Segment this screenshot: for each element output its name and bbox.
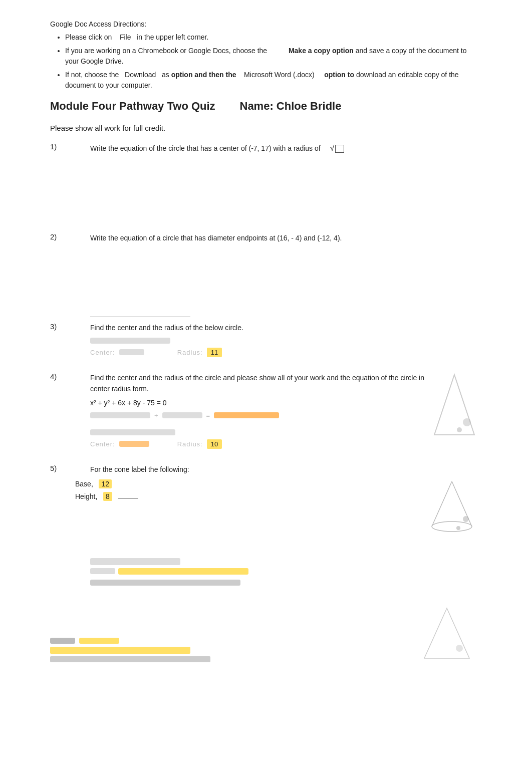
q4-right-svg	[432, 372, 477, 437]
svg-point-7	[456, 526, 460, 530]
q1-answer-space	[50, 157, 482, 217]
bottom-blurred-block	[90, 558, 422, 586]
height-label: Height,	[75, 492, 97, 500]
bl-highlight-row	[50, 647, 190, 654]
question-4-block: 4) Find the center and the radius of the…	[50, 372, 482, 449]
q3-radius-value: 11	[207, 348, 222, 357]
question-5-block: 5) For the cone label the following: Bas…	[50, 464, 482, 586]
q3-center-label: Center:	[90, 349, 115, 356]
q4-text: Find the center and the radius of the ci…	[90, 372, 427, 395]
question-2-row: 2) Write the equation of a circle that h…	[50, 232, 482, 243]
section-divider	[90, 317, 190, 317]
directions-list: Please click on File in the upper left c…	[50, 32, 482, 91]
svg-point-9	[456, 645, 463, 652]
svg-point-1	[463, 418, 471, 426]
q3-num: 3)	[50, 322, 75, 333]
directions-title: Google Doc Access Directions:	[50, 20, 482, 28]
q5-text: For the cone label the following:	[90, 464, 422, 475]
svg-point-6	[463, 516, 469, 522]
cone-svg	[427, 474, 477, 539]
sqrt-symbol: √	[330, 144, 344, 152]
q4-center-value	[119, 441, 149, 447]
q3-blurred-eq-line	[90, 338, 170, 344]
question-4-row: 4) Find the center and the radius of the…	[50, 372, 427, 395]
svg-line-4	[432, 481, 452, 527]
height-value: 8	[103, 492, 112, 501]
question-3-row: 3) Find the center and the radius of the…	[50, 322, 482, 333]
q5-header-row: 5) For the cone label the following:	[50, 464, 422, 475]
height-row: Height, 8	[75, 490, 422, 503]
directions-section: Google Doc Access Directions: Please cli…	[50, 20, 482, 91]
q4-right-decoration	[427, 372, 482, 437]
q1-num: 1)	[50, 142, 75, 154]
bottom-left-row1	[50, 638, 422, 644]
height-underline	[118, 498, 138, 499]
q2-text: Write the equation of a circle that has …	[90, 232, 482, 243]
question-1-row: 1) Write the equation of the circle that…	[50, 142, 482, 154]
q4-center-form-blurred	[90, 429, 175, 435]
bottom-blurred-row2	[90, 568, 422, 577]
q4-left: 4) Find the center and the radius of the…	[50, 372, 427, 449]
question-3-block: 3) Find the center and the radius of the…	[50, 322, 482, 357]
bottom-blurred-label	[90, 568, 115, 574]
student-name: Name: Chloe Bridle	[240, 100, 342, 112]
question-5-row: 5) For the cone label the following: Bas…	[50, 464, 482, 586]
sqrt-box	[335, 145, 344, 153]
q2-num: 2)	[50, 232, 75, 243]
base-row: Base, 12	[75, 478, 422, 490]
q4-num: 4)	[50, 372, 75, 395]
bottom-left-blurred	[50, 638, 422, 662]
svg-marker-8	[424, 608, 469, 658]
q3-score-row: Center: Radius: 11	[90, 348, 482, 357]
quiz-title: Module Four Pathway Two Quiz	[50, 100, 215, 112]
q4-center-label: Center:	[90, 440, 115, 448]
q3-answer-area: Center: Radius: 11	[90, 338, 482, 357]
q4-blurred-1	[90, 412, 150, 418]
bottom-blurred-highlight	[118, 568, 248, 575]
q4-blurred-2	[162, 412, 202, 418]
bottom-section	[50, 606, 482, 662]
q4-plus: +	[154, 412, 158, 419]
svg-point-2	[457, 427, 462, 432]
base-label: Base,	[75, 480, 93, 488]
quiz-header: Module Four Pathway Two Quiz Name: Chloe…	[50, 100, 482, 113]
svg-line-5	[452, 481, 472, 527]
bl-highlight1	[79, 638, 119, 644]
q4-radius-label: Radius:	[177, 440, 203, 448]
bl-gray-row	[50, 656, 210, 662]
q4-radius-value: 10	[207, 439, 222, 449]
q4-score-row: Center: Radius: 10	[90, 439, 427, 449]
q4-equation: x² + y² + 6x + 8y - 75 = 0	[90, 399, 427, 407]
q4-eq: =	[206, 412, 210, 419]
direction-item-3: If not, choose the Download as option an…	[65, 70, 482, 91]
q1-text: Write the equation of the circle that ha…	[90, 142, 482, 154]
q4-blurred-work: + =	[90, 412, 427, 419]
q3-text: Find the center and the radius of the be…	[90, 322, 482, 333]
q3-blurred-eq	[90, 338, 482, 344]
direction-item-2: If you are working on a Chromebook or Go…	[65, 46, 482, 67]
q2-answer-space	[50, 246, 482, 302]
q4-blurred-highlight	[214, 412, 279, 418]
q5-blank-space	[50, 503, 422, 543]
bottom-blurred-title-line	[90, 558, 180, 565]
q5-right-cone	[422, 474, 482, 539]
q4-wrapper: 4) Find the center and the radius of the…	[50, 372, 482, 449]
svg-point-3	[432, 522, 472, 532]
show-work-instruction: Please show all work for full credit.	[50, 124, 482, 132]
bottom-blurred-bottom	[90, 580, 240, 586]
q5-left: 5) For the cone label the following: Bas…	[50, 464, 422, 586]
bottom-right-shape	[422, 606, 482, 662]
q5-num: 5)	[50, 464, 75, 475]
direction-item-1: Please click on File in the upper left c…	[65, 32, 482, 43]
q4-center-form-row	[90, 429, 427, 435]
bl-label1	[50, 638, 75, 644]
q3-radius-label: Radius:	[177, 349, 203, 356]
question-2-block: 2) Write the equation of a circle that h…	[50, 232, 482, 302]
bottom-right-svg	[422, 606, 472, 661]
question-1-block: 1) Write the equation of the circle that…	[50, 142, 482, 217]
q3-center-value	[119, 349, 144, 355]
base-value: 12	[99, 479, 112, 488]
q4-spacer	[90, 419, 427, 426]
q4-answer-area: x² + y² + 6x + 8y - 75 = 0 + = Center:	[90, 399, 427, 449]
cone-label-row: Base, 12 Height, 8	[75, 478, 422, 503]
